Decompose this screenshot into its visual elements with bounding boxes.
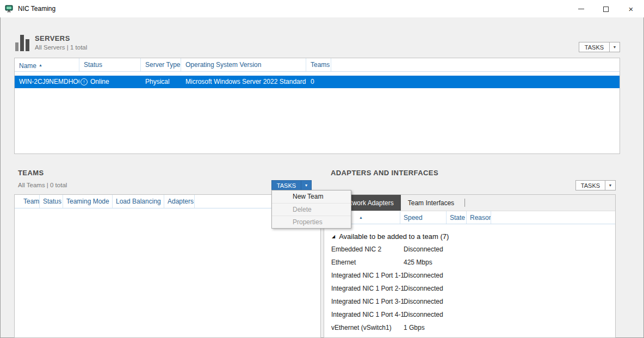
adapter-speed: Disconnected bbox=[404, 243, 615, 256]
server-table-row[interactable]: WIN-2CJ9NEMDHO6 ↑ Online Physical Micros… bbox=[15, 76, 620, 88]
close-icon: × bbox=[629, 5, 634, 13]
servers-icon bbox=[15, 35, 29, 51]
servers-col-os-version[interactable]: Operating System Version bbox=[181, 58, 306, 71]
chevron-down-icon: ▼ bbox=[610, 45, 620, 49]
group-expanded-icon: ◢ bbox=[332, 231, 335, 243]
maximize-button[interactable] bbox=[593, 1, 618, 17]
adapter-speed: Disconnected bbox=[404, 282, 615, 295]
servers-col-status[interactable]: Status bbox=[79, 58, 141, 71]
server-os-cell: Microsoft Windows Server 2022 Standard bbox=[181, 76, 306, 88]
servers-col-name[interactable]: Name▲ bbox=[15, 58, 79, 71]
server-type-cell: Physical bbox=[141, 76, 181, 88]
adapter-row[interactable]: Integrated NIC 1 Port 1-1 Disconnected bbox=[324, 269, 615, 282]
menu-item-new-team[interactable]: New Team bbox=[272, 190, 351, 203]
menu-item-properties: Properties bbox=[272, 216, 351, 228]
servers-section-subtitle: All Servers | 1 total bbox=[35, 44, 87, 51]
teams-section-title: TEAMS bbox=[18, 169, 44, 177]
server-name-cell: WIN-2CJ9NEMDHO6 bbox=[15, 76, 79, 88]
server-row-filler bbox=[331, 76, 620, 88]
adapters-group-header[interactable]: ◢ Available to be added to a team (7) bbox=[324, 231, 615, 243]
servers-col-filler bbox=[331, 58, 620, 71]
adapter-name: Embedded NIC 2 bbox=[324, 243, 404, 256]
adapters-col-speed[interactable]: Speed bbox=[400, 211, 447, 224]
menu-item-delete: Delete bbox=[272, 203, 351, 216]
adapter-row[interactable]: Embedded NIC 2 Disconnected bbox=[324, 243, 615, 256]
adapter-name: Integrated NIC 1 Port 3-1 bbox=[324, 295, 404, 308]
adapter-name: vEthernet (vSwitch1) bbox=[324, 321, 404, 334]
servers-tasks-button[interactable]: TASKS ▼ bbox=[579, 42, 620, 52]
teams-col-status[interactable]: Status bbox=[40, 195, 63, 208]
titlebar: NIC Teaming × bbox=[0, 0, 644, 17]
adapter-name: Integrated NIC 1 Port 4-1 bbox=[324, 308, 404, 321]
adapter-name: Integrated NIC 1 Port 1-1 bbox=[324, 269, 404, 282]
window-controls: × bbox=[568, 1, 643, 17]
teams-col-load-balancing[interactable]: Load Balancing bbox=[113, 195, 164, 208]
adapter-name: Ethernet bbox=[324, 256, 404, 269]
teams-col-team[interactable]: Team bbox=[15, 195, 40, 208]
adapter-speed: Disconnected bbox=[404, 308, 615, 321]
adapter-row[interactable]: Integrated NIC 1 Port 2-1 Disconnected bbox=[324, 282, 615, 295]
window-title: NIC Teaming bbox=[18, 5, 55, 13]
teams-col-teaming-mode[interactable]: Teaming Mode bbox=[63, 195, 113, 208]
adapters-tasks-button[interactable]: TASKS ▼ bbox=[575, 180, 616, 190]
adapter-speed: Disconnected bbox=[404, 269, 615, 282]
chevron-down-icon: ▼ bbox=[301, 183, 311, 187]
adapters-tasks-label: TASKS bbox=[576, 182, 605, 189]
nic-teaming-window: NIC Teaming × SERVERS All Servers | 1 to… bbox=[0, 0, 644, 338]
group-header-label: Available to be added to a team (7) bbox=[339, 231, 449, 243]
servers-col-teams[interactable]: Teams bbox=[306, 58, 331, 71]
adapter-row[interactable]: Ethernet 425 Mbps bbox=[324, 256, 615, 269]
teams-tasks-label: TASKS bbox=[272, 182, 301, 189]
adapters-col-state[interactable]: State bbox=[447, 211, 467, 224]
server-status-text: Online bbox=[90, 76, 109, 88]
adapter-speed: 1 Gbps bbox=[404, 321, 615, 334]
adapter-row[interactable]: Integrated NIC 1 Port 3-1 Disconnected bbox=[324, 295, 615, 308]
chevron-down-icon: ▼ bbox=[605, 183, 615, 187]
servers-tasks-label: TASKS bbox=[579, 44, 609, 51]
tab-divider bbox=[465, 199, 465, 207]
adapter-row[interactable]: vEthernet (vSwitch1) 1 Gbps bbox=[324, 321, 615, 334]
servers-section-title: SERVERS bbox=[35, 34, 70, 42]
maximize-icon bbox=[603, 7, 609, 12]
nic-teaming-app-icon bbox=[5, 4, 14, 13]
adapter-speed: Disconnected bbox=[404, 295, 615, 308]
teams-section-subtitle: All Teams | 0 total bbox=[18, 182, 67, 188]
adapters-section-title: ADAPTERS AND INTERFACES bbox=[331, 169, 438, 177]
server-teams-cell: 0 bbox=[306, 76, 331, 88]
adapter-name: Integrated NIC 1 Port 2-1 bbox=[324, 282, 404, 295]
servers-col-server-type[interactable]: Server Type bbox=[141, 58, 181, 71]
adapter-row[interactable]: Integrated NIC 1 Port 4-1 Disconnected bbox=[324, 308, 615, 321]
adapters-tabbar: Network Adapters Team Interfaces bbox=[324, 195, 615, 211]
teams-col-adapters[interactable]: Adapters bbox=[164, 195, 195, 208]
teams-tasks-menu: New Team Delete Properties bbox=[271, 190, 351, 229]
teams-tasks-button[interactable]: TASKS ▼ bbox=[271, 180, 312, 190]
adapters-col-reason[interactable]: Reason bbox=[467, 211, 491, 224]
servers-panel: Name▲ Status Server Type Operating Syste… bbox=[14, 58, 620, 154]
adapters-table-header: ▲ Speed State Reason bbox=[324, 211, 615, 224]
close-button[interactable]: × bbox=[618, 1, 643, 17]
sort-ascending-icon: ▲ bbox=[359, 216, 363, 219]
minimize-button[interactable] bbox=[568, 1, 593, 17]
adapters-col-filler bbox=[491, 211, 615, 224]
adapters-panel: Network Adapters Team Interfaces ▲ Speed… bbox=[324, 194, 616, 338]
adapter-speed: 425 Mbps bbox=[404, 256, 615, 269]
servers-table-header: Name▲ Status Server Type Operating Syste… bbox=[15, 58, 620, 72]
online-up-arrow-icon: ↑ bbox=[81, 78, 88, 85]
tab-team-interfaces[interactable]: Team Interfaces bbox=[401, 195, 461, 211]
server-status-cell: ↑ Online bbox=[79, 76, 141, 88]
sort-ascending-icon: ▲ bbox=[39, 63, 42, 67]
minimize-icon bbox=[578, 9, 584, 9]
